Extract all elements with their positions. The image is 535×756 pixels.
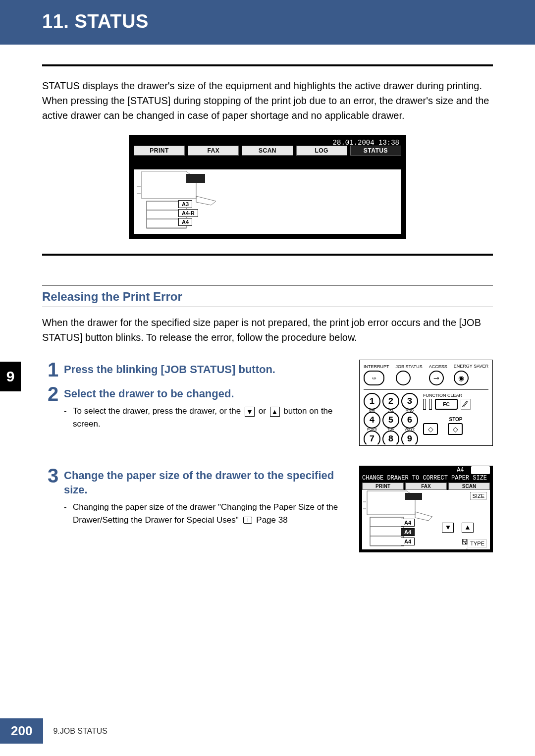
- scr2-tab-fax[interactable]: FAX: [405, 483, 447, 490]
- step-3: 3 Change the paper size of the drawer to…: [42, 466, 354, 526]
- stop-button-1[interactable]: ◇: [423, 423, 438, 435]
- key-7[interactable]: 7PQRS: [364, 431, 380, 444]
- job-status-button[interactable]: [396, 371, 411, 385]
- tab-print[interactable]: PRINT: [134, 146, 185, 156]
- scr2-up-arrow[interactable]: ▲: [462, 523, 474, 533]
- scr2-message: CHANGE DRAWER TO CORRECT PAPER SIZE: [359, 475, 493, 483]
- down-arrow-icon: ▼: [245, 407, 255, 417]
- energy-saver-button-col: ENERGY SAVER ◉: [454, 364, 488, 385]
- interrupt-label: INTERRUPT: [364, 364, 389, 369]
- step-2: 2 Select the drawer to be changed. To se…: [42, 384, 354, 431]
- key-3[interactable]: 3DEF: [401, 393, 418, 410]
- tab-status[interactable]: STATUS: [350, 146, 401, 156]
- drawer-label-2[interactable]: A4-R: [178, 209, 198, 217]
- access-button-col: ACCESS ⊸: [429, 364, 447, 385]
- tab-fax[interactable]: FAX: [188, 146, 239, 156]
- step-1: 1 Press the blinking [JOB STATUS] button…: [42, 360, 354, 381]
- tab-log[interactable]: LOG: [296, 146, 347, 156]
- job-status-button-col: JOB STATUS: [396, 364, 423, 385]
- svg-rect-4: [186, 174, 205, 183]
- control-panel: INTERRUPT ⎃ JOB STATUS ACCESS ⊸ ENERGY S…: [359, 360, 493, 446]
- step-1-title: Press the blinking [JOB STATUS] button.: [64, 363, 349, 377]
- intro-paragraph: STATUS displays the drawer's size of the…: [42, 78, 493, 123]
- key-4[interactable]: 4GHI: [364, 412, 380, 429]
- tab-scan[interactable]: SCAN: [242, 146, 293, 156]
- step-2-sub-b: or: [259, 406, 268, 416]
- scr2-copier-illustration: [363, 490, 437, 548]
- book-icon: [243, 517, 252, 524]
- lcd-body: A3 A4-R A4: [134, 169, 401, 234]
- key-5[interactable]: 5JKL: [382, 412, 399, 429]
- interrupt-button-col: INTERRUPT ⎃: [364, 364, 389, 385]
- lcd-tabs: PRINT FAX SCAN LOG STATUS: [129, 146, 406, 156]
- page-content: STATUS displays the drawer's size of the…: [0, 45, 535, 552]
- step-3-number: 3: [42, 466, 64, 486]
- svg-rect-9: [405, 493, 422, 500]
- scr2-paper-indicator: A4: [359, 466, 493, 475]
- screenshot-1-wrap: 28.01.2004 13:38 PRINT FAX SCAN LOG STAT…: [42, 135, 493, 239]
- key-1[interactable]: 1: [364, 393, 380, 410]
- svg-rect-6: [370, 517, 404, 527]
- scr2-drawer-3[interactable]: A4: [401, 538, 415, 545]
- scr2-tab-scan[interactable]: SCAN: [448, 483, 490, 490]
- steps-1-2-block: 1 Press the blinking [JOB STATUS] button…: [42, 360, 493, 446]
- section-desc: When the drawer for the specified size p…: [42, 315, 493, 345]
- drawer-label-3[interactable]: A4: [178, 218, 192, 226]
- key-8[interactable]: 8TUV: [382, 431, 399, 444]
- scr2-body: A4 A4 A4 SIZE ▼ ▲ 🖫 ⌟ TYPE: [362, 490, 490, 549]
- numeric-keypad: 1 2ABC 3DEF 4GHI 5JKL 6MNO 7PQRS 8TUV 9W…: [364, 393, 418, 444]
- step-3-block: 3 Change the paper size of the drawer to…: [42, 466, 493, 552]
- scr2-drawer-2[interactable]: A4: [401, 528, 415, 536]
- up-arrow-icon: ▲: [270, 407, 280, 417]
- lcd-screenshot-1: 28.01.2004 13:38 PRINT FAX SCAN LOG STAT…: [129, 135, 406, 239]
- step-1-number: 1: [42, 360, 64, 379]
- function-clear-label: FUNCTION CLEAR: [423, 393, 488, 398]
- step-3-page-ref: Page 38: [256, 515, 287, 525]
- page-header: 11. STATUS: [0, 0, 535, 45]
- key-2[interactable]: 2ABC: [382, 393, 399, 410]
- svg-rect-7: [370, 527, 404, 536]
- svg-rect-5: [370, 517, 404, 546]
- clear-button[interactable]: ⁄⁄: [461, 399, 471, 410]
- step-2-sub: To select the drawer, press the drawer, …: [64, 405, 349, 430]
- rule-light-2: [42, 307, 493, 307]
- step-3-sub-text: Changing the paper size of the drawer "C…: [73, 502, 338, 525]
- page-title: 11. STATUS: [42, 11, 149, 32]
- access-button[interactable]: ⊸: [429, 371, 444, 385]
- screenshot-2-wrap: A4 CHANGE DRAWER TO CORRECT PAPER SIZE P…: [354, 466, 493, 552]
- step-3-title: Change the paper size of the drawer to t…: [64, 469, 349, 497]
- access-label: ACCESS: [429, 364, 447, 369]
- step-3-sub: Changing the paper size of the drawer "C…: [64, 501, 349, 526]
- lcd-screenshot-2: A4 CHANGE DRAWER TO CORRECT PAPER SIZE P…: [359, 466, 493, 552]
- stop-label: STOP: [423, 417, 488, 422]
- energy-saver-button[interactable]: ◉: [454, 371, 469, 385]
- scr2-tab-print[interactable]: PRINT: [362, 483, 404, 490]
- step-2-sub-a: To select the drawer, press the drawer, …: [73, 406, 243, 416]
- scr2-down-arrow[interactable]: ▼: [442, 523, 454, 533]
- step-2-number: 2: [42, 384, 64, 404]
- key-9[interactable]: 9WXYZ: [401, 431, 418, 444]
- control-panel-figure: INTERRUPT ⎃ JOB STATUS ACCESS ⊸ ENERGY S…: [354, 360, 493, 446]
- scr2-drawer-1[interactable]: A4: [401, 519, 415, 527]
- chapter-tab: 9: [0, 362, 21, 391]
- size-button[interactable]: SIZE: [470, 492, 487, 500]
- type-button[interactable]: TYPE: [468, 540, 487, 547]
- drawer-label-1[interactable]: A3: [178, 200, 192, 208]
- function-clear-button[interactable]: FC: [435, 399, 458, 410]
- stop-button-2[interactable]: ◇: [448, 423, 463, 435]
- job-status-label: JOB STATUS: [396, 364, 423, 369]
- rule-thick: [42, 64, 493, 66]
- svg-rect-8: [370, 536, 404, 545]
- step-2-title: Select the drawer to be changed.: [64, 387, 349, 401]
- energy-saver-label: ENERGY SAVER: [454, 364, 488, 369]
- section-title: Releasing the Print Error: [42, 286, 493, 307]
- interrupt-button[interactable]: ⎃: [364, 371, 384, 385]
- key-6[interactable]: 6MNO: [401, 412, 418, 429]
- panel-divider: [364, 389, 488, 390]
